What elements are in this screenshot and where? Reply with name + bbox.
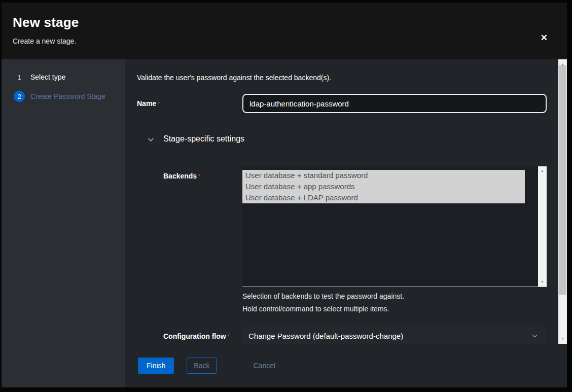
close-icon[interactable]: ✕ bbox=[541, 17, 548, 59]
modal-header-text: New stage Create a new stage. bbox=[13, 15, 79, 59]
step-number: 1 bbox=[14, 72, 25, 83]
chevron-down-icon bbox=[148, 136, 154, 141]
configuration-flow-select[interactable]: Change Password (default-password-change… bbox=[242, 327, 547, 344]
modal-scrollbar[interactable]: ▲ ▼ bbox=[558, 59, 567, 344]
page-title: New stage bbox=[13, 15, 79, 30]
backends-option-selected[interactable]: User database + app passwords bbox=[242, 181, 525, 192]
modal-footer: Finish Back Cancel bbox=[125, 344, 567, 387]
required-marker: * bbox=[157, 100, 160, 108]
required-marker: * bbox=[198, 172, 200, 180]
section-title: Stage-specific settings bbox=[163, 134, 244, 144]
step-label: Select type bbox=[30, 73, 65, 81]
wizard-step-create-password-stage[interactable]: 2 Create Password Stage bbox=[14, 91, 125, 102]
backends-help: Hold control/command to select multiple … bbox=[242, 305, 547, 313]
backends-field-row: Backends* User database + standard passw… bbox=[137, 166, 547, 313]
selected-flow-value: Change Password (default-password-change… bbox=[248, 332, 403, 340]
stage-form: Validate the user's password against the… bbox=[125, 59, 558, 344]
name-input[interactable] bbox=[242, 94, 547, 113]
name-field-row: Name* bbox=[137, 94, 547, 113]
new-stage-modal: New stage Create a new stage. ✕ 1 Select… bbox=[2, 3, 567, 387]
step-label: Create Password Stage bbox=[30, 92, 105, 100]
backends-option-selected[interactable]: User database + LDAP password bbox=[242, 192, 525, 203]
wizard-nav: 1 Select type 2 Create Password Stage bbox=[2, 59, 125, 387]
backends-label: Backends* bbox=[137, 166, 242, 180]
name-label: Name* bbox=[137, 99, 242, 108]
listbox-scrollbar[interactable]: ▲ ▼ bbox=[538, 166, 547, 287]
stage-description: Validate the user's password against the… bbox=[137, 73, 547, 83]
scroll-up-icon[interactable]: ▲ bbox=[541, 168, 544, 173]
backends-option-selected[interactable]: User database + standard password bbox=[242, 170, 525, 181]
backends-listbox[interactable]: User database + standard password User d… bbox=[242, 166, 547, 287]
modal-subtitle: Create a new stage. bbox=[13, 37, 79, 45]
chevron-down-icon bbox=[532, 333, 538, 338]
wizard-step-select-type[interactable]: 1 Select type bbox=[14, 72, 125, 83]
scrollbar-thumb[interactable] bbox=[559, 65, 566, 295]
scroll-area: Validate the user's password against the… bbox=[125, 59, 567, 344]
cancel-button[interactable]: Cancel bbox=[251, 358, 277, 374]
scroll-down-icon[interactable]: ▼ bbox=[541, 279, 544, 284]
modal-body: 1 Select type 2 Create Password Stage Va… bbox=[2, 59, 567, 387]
backends-help: Selection of backends to test the passwo… bbox=[242, 292, 547, 301]
configuration-flow-label: Configuration flow* bbox=[137, 327, 242, 340]
wizard-main: Validate the user's password against the… bbox=[125, 59, 567, 387]
scroll-down-icon[interactable]: ▼ bbox=[561, 336, 564, 341]
stage-specific-settings-toggle[interactable]: Stage-specific settings bbox=[137, 134, 547, 144]
modal-header: New stage Create a new stage. ✕ bbox=[2, 3, 567, 59]
finish-button[interactable]: Finish bbox=[138, 358, 174, 374]
required-marker: * bbox=[227, 333, 230, 340]
step-number-badge: 2 bbox=[14, 91, 25, 102]
back-button[interactable]: Back bbox=[187, 358, 217, 374]
configuration-flow-row: Configuration flow* Change Password (def… bbox=[137, 327, 547, 344]
